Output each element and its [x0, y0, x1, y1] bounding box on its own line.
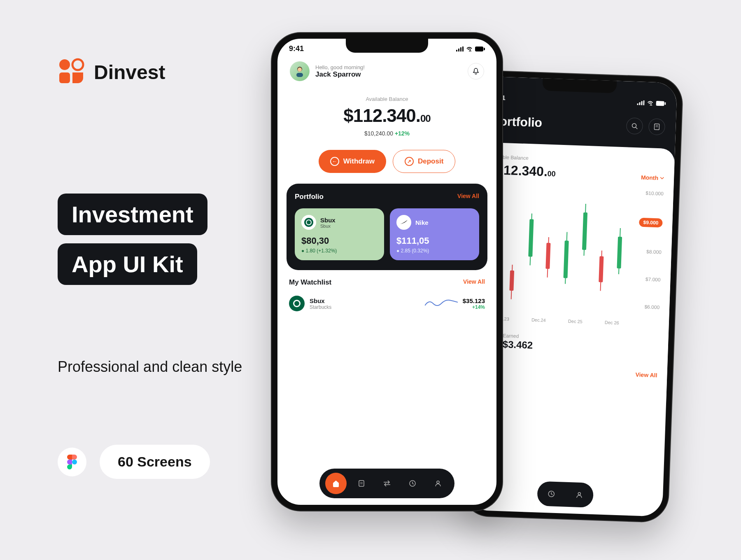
nav-home-button[interactable] [325, 473, 347, 494]
headline-line1: Investment [58, 194, 207, 235]
portfolio-view-all-link[interactable]: View All [482, 366, 657, 378]
signal-icon [637, 100, 644, 105]
svg-rect-8 [475, 47, 483, 51]
svg-point-3 [72, 460, 77, 464]
svg-rect-7 [462, 47, 464, 51]
svg-rect-28 [664, 103, 666, 105]
action-row: ← Withdraw ↗ Deposit [277, 141, 496, 184]
nav-history-button[interactable] [542, 485, 561, 504]
clock-icon [409, 480, 416, 487]
transfer-icon [383, 480, 391, 487]
svg-rect-18 [359, 481, 364, 486]
brand-logo-icon [58, 58, 86, 86]
nav-transfer-button[interactable] [376, 473, 398, 494]
withdraw-button[interactable]: ← Withdraw [319, 150, 386, 173]
svg-rect-5 [458, 49, 459, 51]
candle [615, 194, 624, 309]
signal-icon [456, 47, 464, 51]
search-icon [631, 123, 638, 130]
nav-docs-button[interactable] [351, 473, 372, 494]
battery-icon [475, 47, 485, 51]
home-icon [332, 479, 340, 488]
svg-rect-27 [656, 101, 664, 106]
notifications-button[interactable] [468, 63, 484, 79]
svg-rect-1 [72, 59, 83, 70]
svg-rect-25 [641, 101, 642, 105]
candle [562, 191, 571, 307]
arrow-left-icon: ← [330, 157, 339, 166]
balance-sub-pct: +12% [395, 130, 410, 137]
y-axis-tick: $9.000 [639, 218, 662, 228]
candle [509, 190, 517, 305]
candle [598, 193, 606, 308]
svg-point-37 [578, 492, 580, 495]
footer-row: 60 Screens [58, 445, 210, 479]
x-axis-tick: Dec 26 [605, 320, 619, 325]
svg-point-11 [298, 68, 302, 72]
y-axis-tick: $7.000 [645, 276, 661, 282]
search-button[interactable] [626, 117, 643, 134]
nike-icon [396, 215, 411, 230]
y-axis-tick: $8.000 [646, 249, 662, 255]
user-icon [576, 491, 583, 499]
portfolio-view-all-link[interactable]: View All [457, 193, 479, 201]
bottom-nav [319, 469, 454, 498]
wifi-icon [647, 100, 653, 106]
svg-rect-6 [460, 47, 461, 51]
starbucks-icon [301, 215, 316, 230]
svg-point-15 [307, 220, 311, 224]
deposit-button[interactable]: ↗ Deposit [393, 150, 455, 173]
svg-point-0 [59, 59, 70, 70]
chevron-down-icon [660, 177, 664, 179]
portfolio-card: Portfolio View All Sbux Sbux $80,30 ● 1.… [287, 184, 487, 270]
document-icon [358, 480, 365, 487]
svg-rect-24 [639, 102, 640, 105]
avatar[interactable] [290, 61, 310, 81]
x-axis-tick: Dec 25 [568, 319, 583, 324]
nav-profile-button[interactable] [427, 473, 449, 494]
stock-card-sbux[interactable]: Sbux Sbux $80,30 ● 1.80 (+1.32%) [295, 208, 384, 260]
candle [580, 192, 588, 308]
screens-count-pill: 60 Screens [100, 445, 210, 479]
starbucks-icon [289, 296, 305, 311]
earned-row: Earned $3.462 [482, 332, 658, 356]
balance-label: Available Balance [286, 96, 488, 102]
nav-profile-button[interactable] [570, 485, 589, 504]
figma-icon [58, 448, 86, 476]
svg-point-29 [632, 124, 636, 128]
x-axis-tick: Dec.24 [531, 317, 546, 323]
phone-home-mockup: 9:41 Hello, good morning! Jack Sparrow A… [272, 33, 502, 511]
nav-history-button[interactable] [402, 473, 423, 494]
brand-block: Dinvest [58, 58, 165, 86]
watchlist-item[interactable]: Sbux Starbucks $35.123 +14% [289, 292, 485, 315]
watchlist-view-all-link[interactable]: View All [463, 278, 485, 287]
y-axis-tick: $10.000 [645, 190, 664, 197]
status-bar: 9:41 [492, 94, 666, 107]
sparkline-icon [425, 297, 458, 310]
subheadline: Professional and clean style [58, 358, 242, 376]
bell-icon [472, 68, 480, 75]
receipt-button[interactable] [648, 118, 665, 135]
headline: Investment App UI Kit [58, 194, 207, 285]
balance-sub-amount: $10,240.00 [364, 130, 393, 137]
headline-line2: App UI Kit [58, 243, 197, 285]
username: Jack Sparrow [315, 70, 365, 79]
clock-icon [548, 490, 555, 498]
bottom-nav [537, 481, 594, 508]
earned-value: $3.462 [502, 338, 533, 351]
svg-rect-4 [456, 50, 457, 51]
phone-notch [542, 77, 617, 93]
candle [545, 191, 553, 306]
candle [527, 190, 535, 306]
svg-rect-2 [59, 72, 70, 83]
svg-rect-26 [643, 100, 644, 105]
phone-notch [346, 38, 428, 53]
candlestick-chart[interactable]: $10.000$9.000$8.000$7.000$6.000 Dec.23De… [484, 185, 664, 327]
stock-card-nike[interactable]: Nike $111,05 ● 2.85 (0.32%) [390, 208, 479, 260]
portfolio-title: Portfolio [295, 193, 324, 201]
svg-line-30 [636, 127, 637, 129]
period-selector[interactable]: Month [641, 174, 664, 182]
arrow-up-right-icon: ↗ [405, 157, 414, 166]
user-icon [434, 480, 442, 487]
svg-point-22 [437, 481, 439, 483]
